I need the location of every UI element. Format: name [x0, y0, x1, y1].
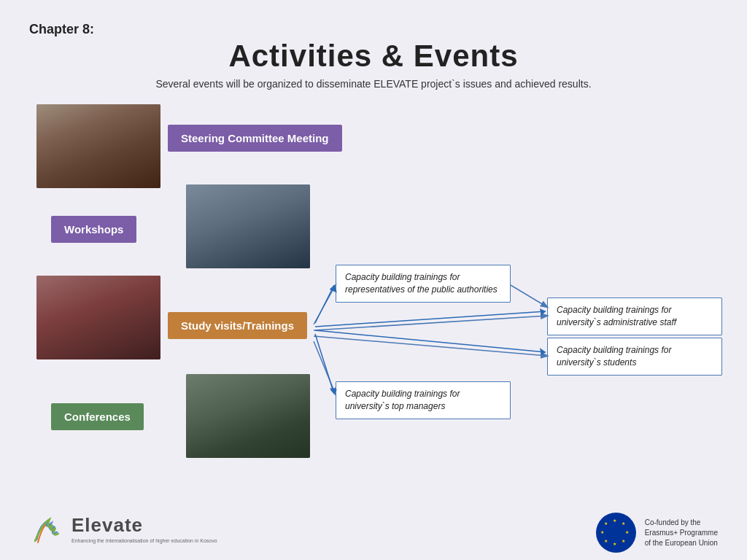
slide: Chapter 8: Activities & Events Several e…	[0, 0, 747, 560]
svg-line-12	[315, 334, 334, 394]
svg-line-10	[315, 330, 546, 352]
svg-line-8	[315, 311, 546, 327]
callout-public: Capacity building trainings for represen…	[336, 265, 511, 303]
svg-line-1	[314, 316, 547, 330]
badge-conferences: Conferences	[51, 403, 144, 430]
svg-text:★: ★	[600, 530, 603, 534]
svg-text:★: ★	[621, 521, 624, 526]
photo-meeting	[36, 104, 160, 188]
logo-area: Elevate Enhancing the Internationalisati…	[29, 510, 217, 547]
content-area: Steering Committee Meeting Workshops Stu…	[29, 104, 718, 527]
elevate-logo: Elevate Enhancing the Internationalisati…	[29, 510, 217, 547]
svg-text:★: ★	[612, 518, 616, 523]
logo-text: Elevate	[71, 514, 143, 536]
svg-text:★: ★	[624, 530, 628, 534]
svg-text:★: ★	[603, 521, 607, 526]
erasmus-text: Co-funded by the Erasmus+ Programme of t…	[645, 518, 718, 548]
erasmus-area: ★ ★ ★ ★ ★ ★ ★ ★ Co-funded by the Erasmus…	[596, 513, 718, 553]
svg-line-6	[315, 285, 334, 323]
badge-study: Study visits/Trainings	[168, 312, 307, 339]
photo-workshop	[186, 184, 310, 268]
svg-text:★: ★	[603, 539, 607, 543]
badge-workshops: Workshops	[51, 216, 136, 243]
svg-marker-9	[540, 308, 546, 316]
badge-steering: Steering Committee Meeting	[168, 125, 342, 152]
svg-text:★: ★	[621, 539, 624, 543]
eu-flag-icon: ★ ★ ★ ★ ★ ★ ★ ★	[596, 513, 636, 553]
svg-line-2	[314, 336, 547, 356]
svg-line-0	[314, 285, 336, 324]
photo-trainings	[36, 276, 160, 359]
main-title: Activities & Events	[29, 39, 718, 74]
callout-managers: Capacity building trainings for universi…	[336, 381, 511, 419]
subtitle: Several events will be organized to diss…	[29, 78, 718, 90]
callout-students: Capacity building trainings for universi…	[547, 338, 722, 376]
svg-line-4	[511, 285, 547, 307]
chapter-label: Chapter 8:	[29, 22, 718, 37]
callout-admin: Capacity building trainings for universi…	[547, 298, 722, 335]
logo-subtext: Enhancing the Internationalisation of hi…	[71, 538, 217, 543]
svg-line-3	[314, 341, 336, 394]
elevate-logo-icon	[29, 510, 66, 547]
photo-conferences	[186, 374, 310, 458]
svg-marker-11	[540, 348, 546, 355]
svg-text:★: ★	[612, 542, 616, 546]
